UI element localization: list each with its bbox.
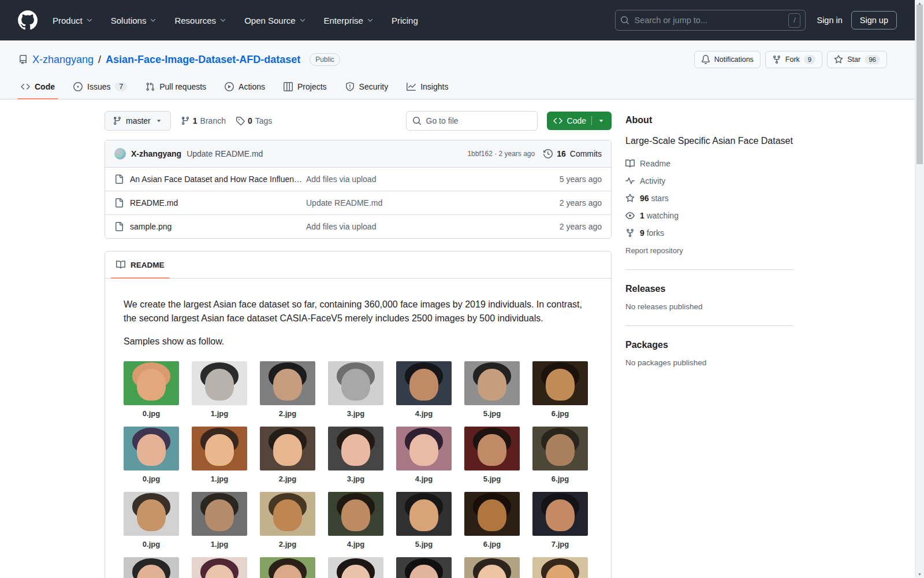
file-name-link[interactable]: sample.png [114,222,306,231]
tab-pull-requests[interactable]: Pull requests [137,76,214,99]
file-commit-message[interactable]: Update README.md [306,198,560,208]
readme-paragraph: Samples show as follow. [124,335,588,349]
face-sample: 2.jpg [260,361,315,417]
readme-content: We create the largest Asian face dataset… [105,279,611,578]
button-divider [591,116,592,125]
nav-item-resources[interactable]: Resources [174,16,226,25]
star-icon [834,55,843,64]
readme-tab[interactable]: README [111,251,170,278]
releases-heading[interactable]: Releases [625,284,793,294]
scrollbar-thumb[interactable] [916,5,923,164]
face-filename: 6.jpg [532,473,588,482]
report-repository-link[interactable]: Report repository [625,246,793,255]
nav-item-solutions[interactable]: Solutions [111,16,157,25]
avatar[interactable] [114,148,126,160]
tab-issues[interactable]: Issues 7 [65,76,135,99]
commit-author-link[interactable]: X-zhangyang [131,149,181,158]
sign-up-button[interactable]: Sign up [851,11,897,29]
face-filename: 1.jpg [192,408,247,417]
file-name-link[interactable]: README.md [114,198,306,208]
face-photo [124,557,179,578]
tab-projects[interactable]: Projects [275,76,335,99]
face-photo [328,492,383,536]
face-photo [396,427,452,470]
tags-link[interactable]: 0Tags [236,116,272,125]
tab-insights[interactable]: Insights [398,76,456,99]
file-commit-message[interactable]: Add files via upload [306,175,560,184]
file-age: 2 years ago [560,198,602,208]
about-heading: About [625,115,793,125]
face-sample: 5.jpg [464,361,520,417]
sign-in-link[interactable]: Sign in [817,16,842,25]
bell-icon [701,55,710,64]
releases-empty-text: No releases published [625,302,793,311]
face-photo [328,427,383,470]
branches-link[interactable]: 1Branch [181,116,226,125]
face-sample: 2.jpg [260,427,315,482]
face-photo [396,361,452,405]
github-logo-icon[interactable] [18,10,38,30]
readme-card: README We create the largest Asian face … [105,251,612,578]
git-branch-icon [181,116,190,125]
face-sample: 3.jpg [328,427,383,482]
nav-item-pricing[interactable]: Pricing [392,16,418,25]
graph-icon [407,82,416,91]
repo-owner-link[interactable]: X-zhangyang [32,54,94,66]
watching-link[interactable]: 1 watching [625,207,793,224]
face-row: 0.jpg1.jpg2.jpg3.jpg4.jpg5.jpg6.jpg [124,361,588,417]
face-photo [328,557,383,578]
face-sample: 1.jpg [192,361,247,417]
face-photo [328,361,383,405]
face-row [124,557,588,578]
commit-message-link[interactable]: Update README.md [187,149,263,158]
face-sample: 6.jpg [532,361,588,417]
file-icon [114,198,124,208]
forks-link[interactable]: 9 forks [625,224,793,242]
face-photo [464,557,520,578]
notifications-button[interactable]: Notifications [694,51,761,68]
face-sample [192,557,247,578]
face-filename: 0.jpg [124,473,179,482]
search-input[interactable]: Search or jump to... / [615,10,806,31]
tab-code[interactable]: Code [13,76,63,99]
scroll-down-arrow[interactable]: ▼ [915,571,924,577]
go-to-file-placeholder: Go to file [426,116,459,125]
readme-link[interactable]: Readme [625,155,793,172]
file-commit-message[interactable]: Add files via upload [306,222,560,231]
star-icon [625,194,635,203]
fork-button[interactable]: Fork 9 [765,51,822,68]
divider [625,269,793,270]
face-photo [192,492,247,536]
packages-empty-text: No packages published [625,358,793,367]
page-scrollbar[interactable]: ▲ ▼ [915,0,924,578]
face-photo [396,557,452,578]
repo-name-link[interactable]: Asian-Face-Image-Dataset-AFD-dataset [106,54,300,66]
project-icon [284,82,293,91]
nav-item-product[interactable]: Product [53,16,93,25]
code-icon [553,116,562,125]
face-photo [124,361,179,405]
go-to-file-input[interactable]: Go to file [406,111,538,131]
packages-heading[interactable]: Packages [625,340,793,350]
face-sample [464,557,520,578]
file-name-link[interactable]: An Asian Face Dataset and How Race Influ… [114,175,306,184]
repo-header: X-zhangyang / Asian-Face-Image-Dataset-A… [0,40,924,99]
nav-item-enterprise[interactable]: Enterprise [324,16,374,25]
face-filename: 0.jpg [124,539,179,547]
tab-security[interactable]: Security [337,76,397,99]
tab-actions[interactable]: Actions [217,76,273,99]
face-sample: 1.jpg [192,492,247,547]
branch-selector[interactable]: master [105,111,171,131]
face-sample: 3.jpg [328,361,383,417]
nav-item-open-source[interactable]: Open Source [244,16,305,25]
stars-link[interactable]: 96 stars [625,190,793,207]
code-download-button[interactable]: Code [547,112,612,130]
star-button[interactable]: Star 96 [827,51,887,68]
face-sample: 6.jpg [532,427,588,482]
face-filename: 2.jpg [260,408,315,417]
face-photo [260,361,315,405]
activity-link[interactable]: Activity [625,172,793,190]
commit-history-link[interactable]: 16Commits [543,149,602,158]
primary-nav: Product Solutions Resources Open Source … [53,16,418,25]
commit-hash-and-time[interactable]: 1bbf162 · 2 years ago [467,150,535,158]
